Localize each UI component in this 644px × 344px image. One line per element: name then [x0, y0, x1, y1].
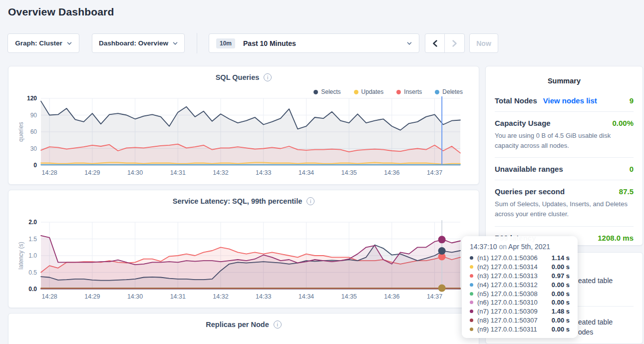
svg-text:0.5: 0.5 [28, 269, 37, 276]
time-range-dropdown[interactable]: 10m Past 10 Minutes [209, 33, 419, 53]
svg-text:1.5: 1.5 [28, 236, 37, 243]
summary-subtext: You are using 0 B of 4.5 GiB usable disk… [495, 131, 634, 151]
tooltip-node-row: (n9) 127.0.0.1:503110.00 s [462, 325, 578, 334]
node-latency-value: 0.00 s [552, 299, 570, 306]
node-address: (n4) 127.0.0.1:50312 [477, 281, 538, 289]
node-color-dot [470, 256, 473, 260]
event-row: eated table [578, 277, 613, 285]
svg-text:14:36: 14:36 [384, 169, 399, 176]
tooltip-node-row: (n7) 127.0.0.1:503091.48 s [462, 307, 578, 316]
node-color-dot [470, 265, 473, 269]
summary-row-capacity-usage: Capacity Usage 0.00% You are using 0 B o… [495, 111, 634, 157]
summary-row-unavailable-ranges: Unavailable ranges 0 [495, 157, 634, 180]
summary-value: 0 [630, 165, 634, 173]
summary-subtext: Sum of Selects, Updates, Inserts, and De… [495, 199, 634, 219]
summary-value: 9 [630, 96, 634, 105]
svg-text:14:28: 14:28 [42, 169, 57, 176]
info-icon[interactable]: i [274, 321, 282, 329]
svg-text:14:30: 14:30 [127, 293, 143, 300]
event-row: eated table [578, 318, 613, 326]
sql-queries-chart-canvas[interactable]: 030609012014:2814:2914:3014:3114:3214:33… [16, 94, 471, 182]
summary-label: Unavailable ranges [495, 165, 563, 173]
dashboard-dropdown-label: Dashboard: Overview [99, 39, 168, 47]
node-latency-value: 0.00 s [552, 290, 570, 298]
node-address: (n7) 127.0.0.1:50309 [477, 308, 538, 315]
svg-text:14:33: 14:33 [256, 169, 271, 176]
node-color-dot [470, 310, 473, 313]
view-nodes-list-link[interactable]: View nodes list [543, 96, 597, 105]
svg-text:14:29: 14:29 [84, 293, 100, 300]
svg-text:14:34: 14:34 [299, 293, 314, 300]
summary-value: 87.5 [619, 187, 634, 196]
summary-value: 1208.0 ms [598, 234, 634, 242]
summary-label: Capacity Usage [495, 119, 551, 127]
summary-label: Queries per second [495, 187, 565, 196]
chevron-down-icon [407, 41, 412, 46]
node-address: (n1) 127.0.0.1:50306 [477, 254, 538, 262]
tooltip-node-row: (n8) 127.0.0.1:503070.00 s [462, 316, 578, 325]
node-color-dot [470, 292, 473, 296]
service-latency-chart-canvas[interactable]: 0.00.51.01.52.014:2814:2914:3014:3114:32… [16, 218, 471, 306]
svg-text:14:34: 14:34 [299, 169, 314, 176]
node-latency-value: 0.00 s [552, 326, 570, 333]
svg-text:14:32: 14:32 [213, 169, 228, 176]
time-step-back-button[interactable] [425, 34, 445, 52]
tooltip-node-row: (n3) 127.0.0.1:503130.97 s [462, 272, 578, 281]
info-icon[interactable]: i [307, 197, 315, 205]
chevron-down-icon [67, 41, 72, 46]
svg-text:14:28: 14:28 [42, 293, 57, 300]
node-color-dot [470, 319, 473, 322]
node-address: (n8) 127.0.0.1:50307 [477, 317, 538, 324]
chart-title-service-latency: Service Latency: SQL, 99th percentile [173, 197, 303, 205]
svg-text:60: 60 [30, 128, 37, 135]
summary-row-total-nodes: Total Nodes View nodes list 9 [495, 89, 634, 111]
time-step-forward-button[interactable] [445, 34, 464, 52]
svg-text:14:32: 14:32 [213, 293, 228, 300]
chart-title-sql-queries: SQL Queries [216, 73, 260, 81]
svg-text:14:30: 14:30 [127, 169, 143, 176]
svg-text:latency (s): latency (s) [17, 242, 24, 269]
svg-text:14:36: 14:36 [384, 293, 399, 300]
node-address: (n9) 127.0.0.1:50311 [477, 326, 537, 333]
svg-text:14:35: 14:35 [341, 293, 357, 300]
info-icon[interactable]: i [264, 73, 272, 81]
graph-scope-dropdown[interactable]: Graph: Cluster [7, 33, 79, 53]
toolbar-divider [197, 33, 197, 53]
summary-row-queries-per-second: Queries per second 87.5 Sum of Selects, … [495, 180, 634, 226]
node-address: (n5) 127.0.0.1:50308 [477, 290, 538, 298]
dashboard-dropdown[interactable]: Dashboard: Overview [92, 33, 185, 53]
overview-dashboard-page: Overview Dashboard Graph: Cluster Dashbo… [0, 0, 644, 344]
svg-text:0.0: 0.0 [28, 286, 37, 293]
node-address: (n3) 127.0.0.1:50313 [477, 272, 538, 280]
node-latency-value: 0.97 s [552, 272, 570, 280]
legend-color-dot [396, 90, 401, 94]
chevron-down-icon [173, 41, 178, 46]
tooltip-timestamp: 14:37:10 on Apr 5th, 2021 [462, 243, 578, 254]
time-range-label: Past 10 Minutes [243, 39, 296, 47]
summary-title: Summary [486, 77, 643, 85]
tooltip-node-row: (n5) 127.0.0.1:503080.00 s [462, 289, 578, 298]
page-title: Overview Dashboard [8, 6, 114, 18]
svg-text:14:37: 14:37 [427, 293, 442, 300]
summary-label: Total Nodes [495, 96, 537, 105]
chart-tooltip-rows: (n1) 127.0.0.1:503061.14 s(n2) 127.0.0.1… [462, 254, 578, 334]
node-latency-value: 1.14 s [552, 254, 570, 262]
svg-text:30: 30 [30, 145, 37, 152]
svg-text:1.0: 1.0 [28, 252, 37, 259]
svg-text:0: 0 [33, 162, 37, 169]
tooltip-node-row: (n1) 127.0.0.1:503061.14 s [462, 254, 578, 263]
node-latency-value: 0.00 s [552, 317, 570, 324]
chart-title-replicas-per-node: Replicas per Node [206, 321, 269, 329]
tooltip-node-row: (n2) 127.0.0.1:503140.00 s [462, 263, 578, 272]
replicas-per-node-chart-card: Replicas per Node i [8, 313, 479, 344]
sql-queries-chart-card: SQL Queries i SelectsUpdatesInsertsDelet… [8, 66, 479, 185]
svg-text:120: 120 [27, 95, 37, 102]
tooltip-node-row: (n4) 127.0.0.1:503120.00 s [462, 280, 578, 289]
node-latency-value: 0.00 s [552, 263, 570, 271]
summary-value: 0.00% [612, 119, 634, 127]
now-button[interactable]: Now [469, 33, 498, 53]
svg-text:14:35: 14:35 [341, 169, 357, 176]
svg-text:90: 90 [30, 112, 37, 119]
svg-text:2.0: 2.0 [28, 219, 37, 226]
legend-color-dot [435, 90, 439, 94]
